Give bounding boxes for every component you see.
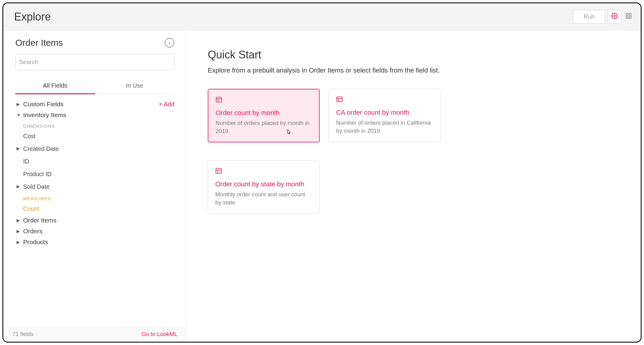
- sidebar-tabs: All Fields In Use: [15, 78, 174, 95]
- quick-start-card[interactable]: CA order count by month Number of orders…: [329, 89, 440, 142]
- field-sidebar: Order Items All Fields In Use ▶ C: [3, 30, 187, 342]
- card-description: Number of orders placed by month in 2019: [216, 119, 312, 135]
- table-icon: [216, 97, 222, 103]
- dim-id[interactable]: ID: [15, 155, 174, 168]
- sidebar-header: Order Items: [3, 30, 186, 51]
- section-order-items[interactable]: ▶ Order Items: [15, 215, 174, 226]
- section-products[interactable]: ▶ Products: [15, 237, 174, 247]
- field-count: 71 fields: [12, 331, 34, 337]
- section-label: Order Items: [23, 217, 57, 224]
- cursor-icon: [285, 129, 292, 139]
- quick-start-card[interactable]: Order count by month Number of orders pl…: [208, 89, 320, 142]
- app-window: Explore Run: [2, 2, 642, 343]
- section-label: Products: [23, 238, 48, 246]
- section-label: Orders: [23, 228, 42, 235]
- collapse-sidebar-button[interactable]: [165, 38, 174, 48]
- dashboard-grid-button[interactable]: [624, 12, 633, 22]
- chevron-left-icon: [168, 39, 171, 46]
- search-field[interactable]: [15, 54, 174, 70]
- dim-cost[interactable]: Cost: [15, 130, 174, 142]
- sidebar-title: Order Items: [15, 38, 63, 48]
- header-actions: Run: [573, 10, 633, 24]
- card-title: CA order count by month: [336, 109, 433, 117]
- quick-start-subtitle: Explore from a prebuilt analysis in Orde…: [208, 67, 620, 74]
- run-button[interactable]: Run: [573, 10, 605, 23]
- grid-icon: [625, 13, 632, 21]
- table-icon: [336, 96, 343, 102]
- settings-button[interactable]: [608, 10, 621, 24]
- quick-start-card[interactable]: Order count by state by month Monthly or…: [208, 160, 320, 213]
- dim-label: Created Date: [23, 142, 59, 155]
- go-to-lookml-link[interactable]: Go to LookML: [142, 331, 177, 337]
- caret-right-icon: ▶: [17, 182, 20, 191]
- dim-product-id[interactable]: Product ID: [15, 168, 174, 180]
- field-list: ▶ Custom Fields + Add ▼ Inventory Items …: [3, 95, 186, 327]
- measure-count[interactable]: Count: [15, 202, 174, 215]
- add-custom-field-button[interactable]: + Add: [159, 101, 174, 108]
- section-custom-fields[interactable]: ▶ Custom Fields + Add: [15, 99, 174, 110]
- quick-start-title: Quick Start: [208, 48, 620, 61]
- card-description: Number of orders placed in California by…: [336, 119, 433, 135]
- caret-right-icon: ▶: [17, 240, 20, 244]
- caret-right-icon: ▶: [17, 229, 20, 234]
- plus-icon: +: [159, 101, 164, 107]
- sidebar-footer: 71 fields Go to LookML: [3, 327, 186, 342]
- quick-start-cards: Order count by month Number of orders pl…: [208, 89, 620, 213]
- dim-label: Sold Date: [23, 180, 50, 193]
- card-title: Order count by month: [216, 109, 312, 117]
- section-orders[interactable]: ▶ Orders: [15, 226, 174, 237]
- caret-right-icon: ▶: [17, 102, 20, 107]
- card-title: Order count by state by month: [215, 180, 312, 188]
- section-inventory-items[interactable]: ▼ Inventory Items: [15, 110, 174, 120]
- svg-rect-3: [626, 17, 628, 18]
- table-icon: [215, 168, 222, 174]
- svg-point-0: [614, 15, 615, 17]
- svg-rect-4: [629, 17, 631, 18]
- svg-rect-8: [337, 97, 342, 102]
- svg-rect-5: [216, 97, 222, 102]
- search-input[interactable]: [19, 59, 174, 66]
- section-label: Inventory Items: [23, 111, 66, 119]
- gear-icon: [611, 13, 618, 21]
- card-description: Monthly order count and user count by st…: [215, 191, 312, 207]
- dim-created-date[interactable]: ▶ Created Date: [15, 142, 174, 155]
- caret-right-icon: ▶: [17, 144, 20, 153]
- caret-down-icon: ▼: [17, 113, 20, 117]
- main-panel: Quick Start Explore from a prebuilt anal…: [187, 30, 641, 342]
- svg-rect-2: [629, 14, 631, 15]
- tab-in-use[interactable]: In Use: [95, 78, 175, 94]
- svg-rect-1: [626, 14, 628, 15]
- dimensions-label: DIMENSIONS: [15, 120, 174, 130]
- tab-all-fields[interactable]: All Fields: [15, 78, 95, 94]
- header: Explore Run: [3, 3, 641, 30]
- dim-sold-date[interactable]: ▶ Sold Date: [15, 180, 174, 193]
- measures-label: MEASURES: [15, 193, 174, 202]
- caret-right-icon: ▶: [17, 218, 20, 223]
- page-title: Explore: [14, 11, 51, 23]
- section-label: Custom Fields: [23, 101, 63, 108]
- svg-rect-11: [216, 169, 221, 173]
- body: Order Items All Fields In Use ▶ C: [3, 30, 641, 342]
